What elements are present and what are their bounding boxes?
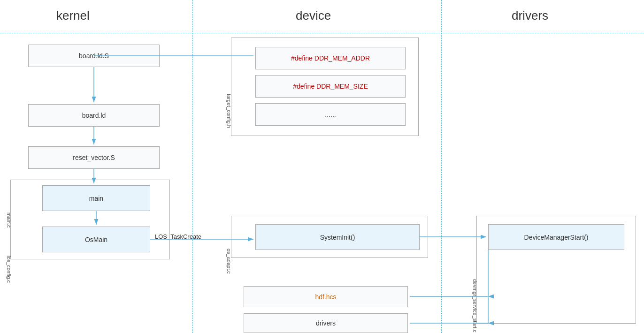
- box-define-ddr-size: #define DDR_MEM_SIZE: [255, 75, 406, 98]
- box-dots: ......: [255, 103, 406, 126]
- label-los-taskcreate: LOS_TaskCreate: [155, 233, 201, 240]
- box-board-ld: board.ld: [28, 104, 160, 127]
- header-device: device: [296, 8, 331, 23]
- box-board-ld-s: board.ld.S: [28, 45, 160, 67]
- box-system-init: SystemInit(): [255, 224, 420, 250]
- box-device-mgr: DeviceManagerStart(): [488, 224, 624, 250]
- box-reset-vector: reset_vector.S: [28, 146, 160, 169]
- box-drivers: drivers: [244, 313, 408, 333]
- header-kernel: kernel: [56, 8, 90, 23]
- label-main-c: main.c: [6, 212, 12, 227]
- v-divider-1: [192, 0, 193, 333]
- box-hdf-hcs: hdf.hcs: [244, 286, 408, 307]
- diagram: kernel device drivers main.c los_config.…: [0, 0, 644, 333]
- label-target-config: target_config.h: [226, 94, 232, 128]
- h-divider: [0, 33, 644, 33]
- label-os-adapt: os_adapt.c: [226, 249, 232, 274]
- header-drivers: drivers: [512, 8, 548, 23]
- label-los-config: los_config.c: [6, 256, 12, 283]
- v-divider-2: [441, 0, 442, 333]
- box-osmain: OsMain: [42, 227, 150, 252]
- box-define-ddr-addr: #define DDR_MEM_ADDR: [255, 47, 406, 69]
- box-main: main: [42, 185, 150, 211]
- label-devmgr-service: devmgr_service_start.c: [472, 279, 478, 333]
